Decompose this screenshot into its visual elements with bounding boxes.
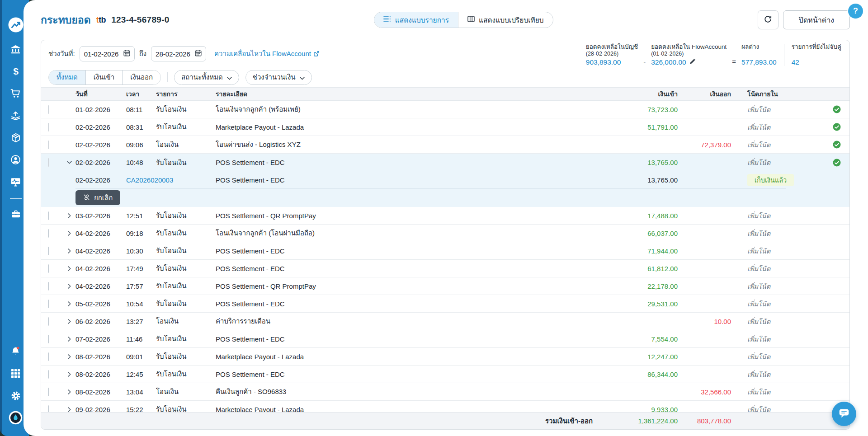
- row-checkbox[interactable]: [48, 370, 49, 379]
- expand-chevron-icon[interactable]: [63, 301, 75, 306]
- date-to-input[interactable]: 28-02-2026: [151, 46, 206, 61]
- row-checkbox[interactable]: [48, 388, 49, 396]
- transaction-row[interactable]: 08-02-202609:01รับโอนเงินMarketplace Pay…: [41, 348, 849, 366]
- row-checkbox[interactable]: [48, 229, 49, 238]
- difference-label: ผลต่าง: [741, 43, 777, 51]
- view-toggle-compare[interactable]: แสดงแบบเปรียบเทียบ: [458, 12, 553, 28]
- expand-chevron-icon[interactable]: [63, 231, 75, 236]
- upload-icon: [10, 110, 21, 123]
- add-note-link[interactable]: เพิ่มโน้ต: [747, 353, 770, 361]
- add-note-link[interactable]: เพิ่มโน้ต: [747, 389, 770, 396]
- add-note-link[interactable]: เพิ่มโน้ต: [747, 336, 770, 343]
- help-button[interactable]: ?: [848, 4, 863, 19]
- filter-tab[interactable]: ทั้งหมด: [49, 70, 85, 84]
- transaction-row[interactable]: 06-02-202613:27โอนเงินค่าบริการรายเดือน1…: [41, 313, 849, 330]
- expand-chevron-icon[interactable]: [63, 354, 75, 359]
- row-checkbox[interactable]: [48, 105, 49, 114]
- row-checkbox-cell: [41, 388, 63, 396]
- chat-support-button[interactable]: [832, 402, 856, 426]
- row-checkbox[interactable]: [48, 158, 49, 167]
- add-note-link[interactable]: เพิ่มโน้ต: [747, 159, 770, 166]
- expand-chevron-icon[interactable]: [63, 337, 75, 342]
- page-title: กระทบยอด: [41, 12, 91, 28]
- view-toggle-list[interactable]: แสดงแบบรายการ: [374, 12, 458, 28]
- flowaccount-movement-link[interactable]: ความเคลื่อนไหวใน FlowAccount: [214, 48, 319, 59]
- bank-balance-date: (28-02-2026): [586, 51, 638, 57]
- date-from-input[interactable]: 01-02-2026: [80, 46, 135, 61]
- transaction-row[interactable]: 04-02-202617:49รับโอนเงินPOS Settlement …: [41, 260, 849, 277]
- add-note-link[interactable]: เพิ่มโน้ต: [747, 124, 770, 131]
- transaction-row[interactable]: 08-02-202612:45รับโอนเงินPOS Settlement …: [41, 366, 849, 383]
- row-checkbox-cell: [41, 247, 63, 255]
- row-checkbox[interactable]: [48, 211, 49, 220]
- transaction-row[interactable]: 02-02-202609:06โอนเงินโอนค่าขนส่ง - Logi…: [41, 136, 849, 154]
- row-checkbox[interactable]: [48, 282, 49, 291]
- matched-document-row[interactable]: 02-02-2026CA2026020003POS Settlement - E…: [41, 171, 849, 188]
- transaction-row[interactable]: 07-02-202611:46รับโอนเงินPOS Settlement …: [41, 330, 849, 348]
- row-note-cell: เพิ่มโน้ต: [747, 140, 824, 150]
- col-header-time: เวลา: [126, 89, 156, 99]
- edit-balance-icon[interactable]: [689, 57, 696, 67]
- transaction-row[interactable]: 03-02-202612:51รับโอนเงินPOS Settlement …: [41, 207, 849, 225]
- add-note-link[interactable]: เพิ่มโน้ต: [747, 230, 770, 237]
- contacts-icon: [10, 154, 21, 167]
- refresh-button[interactable]: [758, 10, 778, 29]
- expand-chevron-icon[interactable]: [63, 266, 75, 271]
- filter-tab[interactable]: เงินเข้า: [85, 70, 123, 84]
- add-note-link[interactable]: เพิ่มโน้ต: [747, 141, 770, 149]
- expand-chevron-icon[interactable]: [63, 248, 75, 253]
- add-note-link[interactable]: เพิ่มโน้ต: [747, 371, 770, 378]
- row-checkbox-cell: [41, 141, 63, 149]
- expand-chevron-icon[interactable]: [63, 389, 75, 394]
- filter-tab[interactable]: เงินออก: [122, 70, 160, 84]
- row-date: 05-02-2026: [75, 300, 126, 308]
- row-checkbox[interactable]: [48, 335, 49, 343]
- transaction-row[interactable]: 04-02-202609:18รับโอนเงินโอนเงินจากลูกค้…: [41, 225, 849, 242]
- add-note-link[interactable]: เพิ่มโน้ต: [747, 318, 770, 325]
- transaction-row[interactable]: 01-02-202608:11รับโอนเงินโอนเงินจากลูกค้…: [41, 101, 849, 118]
- add-note-link[interactable]: เพิ่มโน้ต: [747, 248, 770, 255]
- expand-chevron-icon[interactable]: [63, 160, 75, 165]
- status-filter-dropdown[interactable]: สถานะทั้งหมด: [174, 70, 239, 85]
- add-note-link[interactable]: เพิ่มโน้ต: [747, 106, 770, 113]
- transaction-row[interactable]: 02-02-202608:31รับโอนเงินMarketplace Pay…: [41, 118, 849, 136]
- row-checkbox[interactable]: [48, 352, 49, 361]
- add-note-link[interactable]: เพิ่มโน้ต: [747, 265, 770, 272]
- expand-chevron-icon[interactable]: [63, 407, 75, 412]
- view-toggle-list-label: แสดงแบบรายการ: [395, 14, 449, 26]
- transaction-row[interactable]: 08-02-202613:04โอนเงินคืนเงินลูกค้า - SO…: [41, 383, 849, 401]
- document-number-link[interactable]: CA2026020003: [126, 176, 216, 184]
- add-note-link[interactable]: เพิ่มโน้ต: [747, 300, 770, 308]
- transaction-row[interactable]: 04-02-202610:30รับโอนเงินPOS Settlement …: [41, 242, 849, 260]
- close-window-button[interactable]: ปิดหน้าต่าง: [783, 10, 850, 29]
- row-checkbox[interactable]: [48, 300, 49, 308]
- expand-chevron-icon[interactable]: [63, 284, 75, 289]
- row-checkbox-cell: [41, 335, 63, 343]
- unmatch-cancel-button[interactable]: ยกเลิก: [75, 190, 120, 205]
- minus-operator: -: [643, 58, 646, 67]
- add-note-link[interactable]: เพิ่มโน้ต: [747, 283, 770, 290]
- row-date: 03-02-2026: [75, 212, 126, 220]
- refresh-icon: [764, 15, 772, 25]
- expand-chevron-icon[interactable]: [63, 372, 75, 377]
- row-checkbox[interactable]: [48, 264, 49, 273]
- transaction-row[interactable]: 02-02-202610:48รับโอนเงินPOS Settlement …: [41, 154, 849, 171]
- transaction-row[interactable]: 04-02-202617:57รับโอนเงินPOS Settlement …: [41, 277, 849, 295]
- expand-chevron-icon[interactable]: [63, 213, 75, 218]
- row-type: รับโอนเงิน: [156, 104, 216, 115]
- amount-range-dropdown[interactable]: ช่วงจำนวนเงิน: [245, 70, 312, 85]
- transaction-row[interactable]: 05-02-202610:54รับโอนเงินPOS Settlement …: [41, 295, 849, 313]
- row-checkbox-cell: [41, 212, 63, 220]
- row-note-cell: เพิ่มโน้ต: [747, 281, 824, 291]
- row-time: 09:01: [126, 353, 156, 361]
- row-checkbox[interactable]: [48, 141, 49, 149]
- row-money-in: 51,791.00: [619, 123, 678, 131]
- row-detail: Marketplace Payout - Lazada: [216, 123, 619, 131]
- add-note-link[interactable]: เพิ่มโน้ต: [747, 212, 770, 220]
- row-checkbox[interactable]: [48, 247, 49, 255]
- row-checkbox[interactable]: [48, 317, 49, 326]
- expand-chevron-icon[interactable]: [63, 319, 75, 324]
- row-checkbox[interactable]: [48, 123, 49, 131]
- row-money-in: 13,765.00: [619, 159, 678, 166]
- row-note-cell: เพิ่มโน้ต: [747, 263, 824, 274]
